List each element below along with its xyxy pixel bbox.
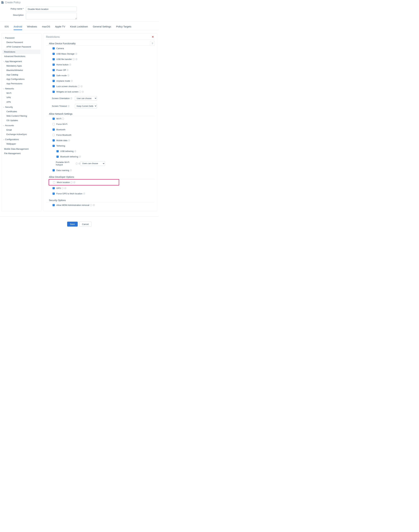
label-camera: Camera: [56, 47, 64, 50]
samsung-icon: [67, 74, 69, 77]
sidebar-item-wifi[interactable]: Wi-Fi: [2, 91, 40, 95]
label-roaming: Data roaming: [56, 169, 69, 172]
sidebar-group-networks[interactable]: ⌄Networks: [2, 86, 40, 91]
cb-gps[interactable]: [52, 187, 55, 189]
cancel-button[interactable]: Cancel: [79, 222, 92, 227]
tab-windows[interactable]: Windows: [27, 25, 37, 30]
sidebar-group-configurations[interactable]: ⌄Configurations: [2, 137, 40, 142]
select-hotspot[interactable]: Users can choose: [80, 161, 105, 166]
label-timeout: Screen Timeout: [52, 105, 75, 107]
sidebar-group-accounts[interactable]: ⌄Accounts: [2, 123, 40, 128]
help-button[interactable]: ?: [150, 41, 155, 46]
samsung-icon: [74, 150, 76, 152]
platform-tabs: iOS Android Windows macOS Apple TV Kiosk…: [0, 23, 159, 30]
samsung-icon: [79, 156, 81, 158]
cb-bluetooth[interactable]: [52, 128, 55, 131]
cb-tethering[interactable]: [52, 145, 55, 147]
sidebar-item-mobile-data[interactable]: Mobile Data Management: [2, 147, 40, 151]
cb-mdm-removal[interactable]: [52, 204, 55, 206]
tab-targets[interactable]: Policy Targets: [116, 25, 131, 30]
select-timeout[interactable]: Keep Current Settings: [75, 104, 97, 108]
sidebar-item-web-content[interactable]: Web Content Filtering: [2, 114, 40, 118]
sidebar-item-certificates[interactable]: Certificates: [2, 109, 40, 114]
sidebar-item-advanced-restrictions[interactable]: Advanced Restrictions: [2, 54, 40, 58]
sidebar-group-password[interactable]: ⌄Password: [2, 36, 40, 40]
sidebar-group-app-management[interactable]: ⌄App Management: [2, 59, 40, 64]
cb-force-bt[interactable]: [52, 134, 55, 136]
sidebar-item-restrictions[interactable]: Restrictions: [2, 50, 40, 54]
sidebar-group-security[interactable]: ⌄Security: [2, 105, 40, 109]
cb-wifi[interactable]: [52, 118, 55, 120]
samsung-icon: [75, 53, 77, 55]
cb-airplane[interactable]: [52, 80, 55, 82]
tab-android[interactable]: Android: [14, 25, 22, 30]
cb-power[interactable]: [52, 69, 55, 71]
close-icon[interactable]: ✕: [151, 35, 155, 39]
info-icon[interactable]: i: [78, 85, 80, 87]
sidebar: ⌄Password Device Password AFW Container …: [1, 33, 41, 211]
cb-safe[interactable]: [52, 74, 55, 77]
select-orientation[interactable]: User can choose: [75, 96, 97, 101]
sidebar-item-exchange[interactable]: Exchange ActiveSync: [2, 132, 40, 136]
cb-mobile-data[interactable]: [52, 139, 55, 141]
cb-roaming[interactable]: [52, 169, 55, 171]
cb-bt-tether[interactable]: [56, 156, 59, 158]
info-icon[interactable]: i: [73, 58, 75, 60]
cb-mock-location[interactable]: [53, 181, 55, 183]
sidebar-item-email[interactable]: Email: [2, 128, 40, 132]
sidebar-group-label: Accounts: [5, 124, 14, 127]
chevron-down-icon: ⌄: [3, 107, 4, 108]
tab-appletv[interactable]: Apple TV: [55, 25, 65, 30]
label-airplane: Airplane mode: [56, 80, 70, 82]
cb-usb-file[interactable]: [52, 58, 55, 60]
sidebar-item-app-config[interactable]: App Configurations: [2, 77, 40, 81]
sidebar-item-afw-password[interactable]: AFW Container Password: [2, 44, 40, 49]
save-button[interactable]: Save: [67, 222, 78, 227]
sidebar-group-label: App Management: [5, 60, 22, 63]
sidebar-item-device-password[interactable]: Device Password: [2, 40, 40, 44]
cb-force-wifi[interactable]: [52, 123, 55, 125]
samsung-icon: [70, 97, 72, 99]
info-icon[interactable]: i: [90, 204, 92, 206]
tab-kiosk[interactable]: Kiosk Lockdown: [70, 25, 88, 30]
cb-widgets[interactable]: [52, 91, 55, 93]
info-icon[interactable]: i: [62, 118, 64, 120]
cb-camera[interactable]: [52, 47, 55, 49]
highlight-mock-location: Mock locationi: [49, 179, 119, 186]
sidebar-item-os-updates[interactable]: OS Updates: [2, 118, 40, 123]
description-input[interactable]: [26, 13, 77, 19]
info-icon[interactable]: i: [79, 91, 81, 93]
info-icon[interactable]: i: [76, 163, 78, 165]
label-wifi: Wi-Fi: [56, 118, 61, 120]
chevron-down-icon: ⌄: [3, 139, 4, 140]
sidebar-item-file-management[interactable]: File Management: [2, 151, 40, 156]
sidebar-item-mandatory-apps[interactable]: Mandatory Apps: [2, 64, 40, 68]
samsung-icon: [73, 181, 75, 183]
sidebar-item-wallpaper[interactable]: Wallpaper: [2, 142, 40, 146]
cb-home[interactable]: [52, 64, 55, 66]
label-usb-tether: USB tethering: [60, 150, 74, 152]
samsung-icon: [80, 85, 83, 87]
tab-general[interactable]: General Settings: [93, 25, 111, 30]
info-icon[interactable]: i: [70, 181, 73, 183]
tab-macos[interactable]: macOS: [42, 25, 50, 30]
sidebar-group-label: Password: [5, 37, 14, 39]
policy-name-input[interactable]: [26, 7, 77, 12]
cb-force-gps[interactable]: [52, 192, 55, 195]
sidebar-item-apn[interactable]: APN: [2, 100, 40, 104]
samsung-icon: [67, 105, 70, 107]
cb-lock-shortcuts[interactable]: [52, 85, 55, 87]
sidebar-item-blacklist[interactable]: Blacklist/Whitelist: [2, 68, 40, 72]
label-usb-file: USB file transfer: [56, 58, 72, 60]
chevron-down-icon: ⌄: [3, 88, 4, 89]
sidebar-item-app-permissions[interactable]: App Permissions: [2, 81, 40, 86]
cb-usb-tether[interactable]: [56, 150, 59, 152]
sidebar-group-label: Security: [5, 106, 13, 108]
label-force-gps: Force GPS to fetch location: [56, 192, 82, 195]
samsung-icon: [70, 169, 72, 171]
tab-ios[interactable]: iOS: [5, 25, 9, 30]
sidebar-item-app-catalog[interactable]: App Catalog: [2, 72, 40, 77]
sidebar-item-vpn[interactable]: VPN: [2, 95, 40, 100]
cb-usb-mass[interactable]: [52, 53, 55, 55]
info-icon[interactable]: i: [61, 187, 64, 189]
